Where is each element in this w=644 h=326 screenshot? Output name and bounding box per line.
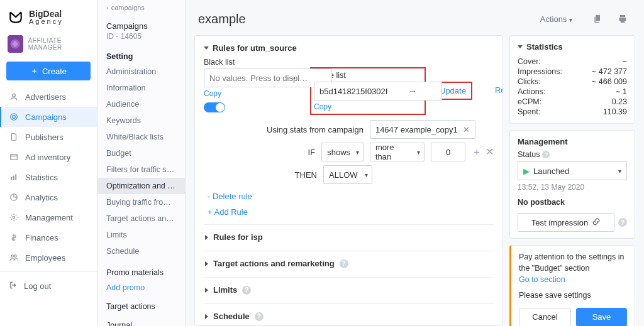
if-condition-select[interactable]: more than▾ [370, 143, 425, 161]
setting-item-filters-for-traffic-sour-[interactable]: Filters for traffic sour… [97, 161, 185, 178]
create-button[interactable]: ＋ Create [6, 62, 91, 80]
stats-row: Clicks:~ 466 009 [518, 77, 627, 87]
stats-value: 110.39 [603, 107, 627, 116]
nav-item-publishers[interactable]: Publishers [0, 127, 97, 147]
status-label: Status [518, 150, 540, 159]
actions-dropdown[interactable]: Actions ▾ [540, 14, 572, 24]
help-icon[interactable]: ? [340, 259, 348, 268]
setting-item-audience[interactable]: Audience [97, 96, 185, 112]
arrow-right-icon[interactable]: → [289, 73, 297, 83]
schedule-header[interactable]: Schedule ? [204, 303, 494, 322]
note-go-link[interactable]: Go to section [519, 275, 565, 284]
setting-item-keywords[interactable]: Keywords [97, 112, 185, 129]
nav-item-management[interactable]: Management [0, 207, 97, 227]
chevron-down-icon: ▾ [569, 16, 572, 23]
rules-utm-header[interactable]: Rules for utm_source [204, 42, 494, 58]
svg-point-2 [11, 114, 18, 121]
using-stats-select[interactable]: 14647 example_copy1 ✕ [370, 120, 475, 139]
nav-item-label: Analytics [25, 193, 58, 202]
black-list-label: Black list [204, 58, 301, 67]
stats-row: Spent:110.39 [518, 107, 627, 117]
setting-item-budget[interactable]: Budget [97, 145, 185, 161]
stats-key: Spent: [518, 107, 540, 116]
rules-utm-title: Rules for utm_source [213, 43, 297, 53]
remove-condition-icon[interactable]: ✕ [486, 146, 494, 159]
arrow-right-icon[interactable]: → [408, 86, 417, 96]
rules-isp-header[interactable]: Rules for isp [204, 224, 494, 243]
status-value: Launched [533, 166, 569, 176]
nav-item-analytics[interactable]: Analytics [0, 187, 97, 207]
help-icon[interactable]: ? [255, 312, 264, 321]
black-list-copy-link[interactable]: Copy [204, 89, 301, 98]
caret-right-icon [205, 288, 208, 293]
setting-item-limits[interactable]: Limits [97, 227, 185, 243]
user-icon [9, 92, 19, 102]
then-action-select[interactable]: ALLOW▾ [323, 165, 372, 184]
schedule-title: Schedule [213, 312, 250, 321]
add-promo-link[interactable]: Add promo [97, 280, 185, 296]
create-button-label: Create [42, 67, 67, 76]
add-condition-icon[interactable]: ＋ [472, 146, 482, 159]
if-value-input[interactable]: 0 [431, 143, 465, 161]
nav-item-finances[interactable]: Finances [0, 227, 97, 247]
save-button[interactable]: Save [576, 308, 627, 327]
copy-page-icon[interactable] [589, 10, 606, 28]
help-icon[interactable]: ? [542, 151, 550, 158]
no-postback-label: No postback [518, 198, 627, 207]
white-list-copy-link[interactable]: Copy [314, 102, 421, 111]
stats-value: ~ 1 [616, 87, 627, 96]
role-label: AFFILIATE MANAGER [28, 37, 89, 51]
section-journal[interactable]: Journal [97, 315, 185, 326]
using-stats-value: 14647 example_copy1 [375, 125, 458, 134]
cancel-button[interactable]: Cancel [519, 308, 571, 327]
inventory-icon [9, 152, 19, 162]
caret-down-icon [204, 46, 209, 50]
chart-icon [9, 172, 19, 182]
status-select[interactable]: ▶Launched ▾ [518, 161, 627, 180]
nav-item-ad-inventory[interactable]: Ad inventory [0, 147, 97, 167]
test-impression-button[interactable]: Test impression [518, 213, 614, 232]
content-area: example Actions ▾ Rules for utm_source [186, 0, 644, 326]
nav-item-campaigns[interactable]: Campaigns [0, 107, 97, 127]
nav-item-label: Finances [25, 233, 58, 242]
nav-item-label: Ad inventory [25, 153, 70, 162]
svg-rect-6 [13, 176, 14, 180]
svg-point-1 [13, 94, 16, 97]
logout-link[interactable]: Log out [0, 276, 97, 296]
nav-item-label: Publishers [25, 133, 64, 142]
play-icon: ▶ [523, 166, 530, 176]
section-target-actions[interactable]: Target actions [97, 296, 185, 315]
setting-item-white-black-lists[interactable]: White/Black lists [97, 129, 185, 145]
setting-item-buying-traffic-from-s-[interactable]: Buying traffic from S… [97, 194, 185, 210]
black-list-input[interactable] [204, 68, 332, 87]
target-icon [9, 112, 19, 122]
dollar-icon [9, 232, 19, 242]
help-icon[interactable]: ? [618, 218, 627, 227]
nav-item-employees[interactable]: Employees [0, 247, 97, 268]
setting-item-information[interactable]: Information [97, 80, 185, 96]
nav-item-statistics[interactable]: Statistics [0, 167, 97, 187]
using-stats-label: Using stats from campaign [267, 125, 364, 134]
setting-item-target-actions-and-re-[interactable]: Target actions and re… [97, 210, 185, 227]
nav-item-advertisers[interactable]: Advertisers [0, 87, 97, 107]
clear-icon[interactable]: ✕ [463, 125, 470, 134]
breadcrumb[interactable]: ‹ campaigns [97, 4, 185, 18]
reset-link[interactable]: Reset [495, 85, 503, 95]
add-rule-link[interactable]: + Add Rule [208, 207, 494, 217]
black-list-toggle[interactable] [204, 102, 225, 112]
chevron-down-icon: ▾ [365, 171, 368, 178]
help-icon[interactable]: ? [242, 286, 251, 295]
chevron-down-icon: ▾ [618, 168, 621, 175]
print-icon[interactable] [614, 10, 631, 28]
stats-row: Cover:~ [518, 57, 627, 67]
setting-item-schedule[interactable]: Schedule [97, 243, 185, 259]
setting-item-administration[interactable]: Administration [97, 63, 185, 80]
caret-right-icon [205, 235, 208, 240]
white-list-input[interactable] [314, 82, 442, 101]
target-actions-header[interactable]: Target actions and remarketing ? [204, 251, 494, 269]
setting-item-optimization-and-rules[interactable]: Optimization and rules [97, 178, 185, 194]
delete-rule-link[interactable]: - Delete rule [208, 192, 494, 201]
group-id: ID - 14605 [97, 32, 185, 47]
limits-header[interactable]: Limits ? [204, 277, 494, 296]
if-metric-select[interactable]: shows▾ [321, 143, 364, 161]
